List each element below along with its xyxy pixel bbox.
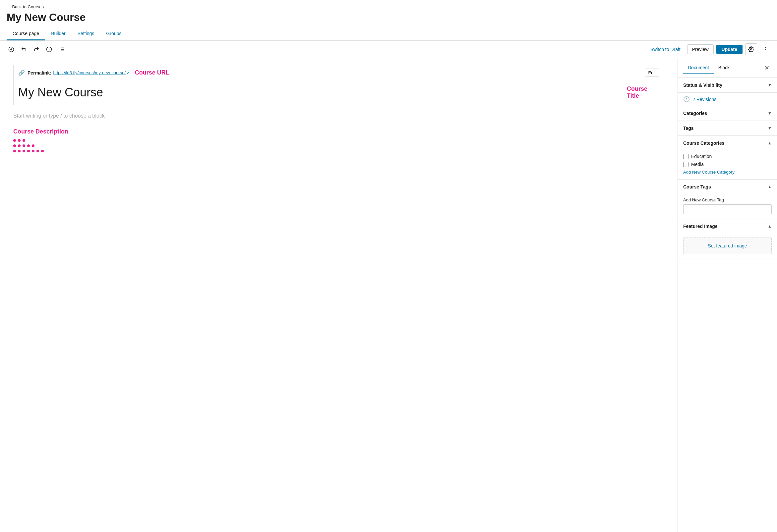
course-title-input[interactable]	[18, 86, 624, 99]
add-new-category-link[interactable]: Add New Course Category	[683, 170, 772, 174]
redo-button[interactable]	[30, 43, 42, 55]
dot	[36, 150, 39, 152]
sidebar-tab-block[interactable]: Block	[714, 62, 734, 74]
course-categories-section: Course Categories ▲ Education Media Add …	[678, 136, 777, 179]
course-tags-label: Course Tags	[683, 184, 711, 189]
add-block-button[interactable]	[5, 43, 17, 55]
tags-header[interactable]: Tags ▼	[678, 121, 777, 135]
preview-button[interactable]: Preview	[687, 44, 714, 54]
featured-image-section: Featured Image ▲ Set featured image	[678, 219, 777, 258]
course-tags-header[interactable]: Course Tags ▲	[678, 179, 777, 194]
add-tag-label: Add New Course Tag	[683, 197, 772, 203]
tab-groups[interactable]: Groups	[100, 27, 127, 40]
toolbar-left	[5, 43, 645, 55]
title-block: Course Title	[13, 80, 664, 105]
set-featured-image-button[interactable]: Set featured image	[683, 238, 772, 254]
tag-input[interactable]	[683, 205, 772, 214]
dot	[13, 150, 16, 152]
chevron-down-icon: ▼	[768, 126, 772, 131]
status-visibility-label: Status & Visibility	[683, 83, 722, 88]
media-label: Media	[691, 162, 704, 167]
tab-builder[interactable]: Builder	[45, 27, 72, 40]
categories-header[interactable]: Categories ▼	[678, 106, 777, 121]
media-checkbox[interactable]	[683, 162, 688, 167]
tags-label: Tags	[683, 126, 694, 131]
course-categories-header[interactable]: Course Categories ▲	[678, 136, 777, 150]
education-checkbox[interactable]	[683, 154, 688, 159]
revisions-label: 2 Revisions	[692, 97, 716, 102]
permalink-url[interactable]: https://ld3.fly/courses/my-new-course/	[53, 70, 126, 75]
education-label: Education	[691, 154, 712, 159]
undo-button[interactable]	[18, 43, 30, 55]
status-visibility-section: Status & Visibility ▼	[678, 78, 777, 93]
dot-row-2	[13, 144, 664, 147]
info-button[interactable]	[43, 43, 55, 55]
sidebar-tab-document[interactable]: Document	[683, 62, 714, 74]
toolbar-right: Switch to Draft Preview Update ⋮	[646, 43, 772, 55]
dot-row-3	[13, 150, 664, 152]
link-icon: 🔗	[18, 70, 25, 76]
back-link[interactable]: ← Back to Courses	[7, 4, 44, 9]
editor-placeholder[interactable]: Start writing or type / to choose a bloc…	[13, 110, 664, 122]
dot	[18, 139, 20, 142]
featured-image-label: Featured Image	[683, 224, 717, 229]
tab-course-page[interactable]: Course page	[7, 27, 45, 40]
course-categories-label: Course Categories	[683, 140, 724, 146]
tags-section: Tags ▼	[678, 121, 777, 136]
course-description-annotation: Course Description	[13, 128, 664, 135]
settings-gear-button[interactable]	[745, 43, 757, 55]
dot	[13, 144, 16, 147]
dot	[27, 144, 30, 147]
category-media: Media	[683, 162, 772, 167]
page-title: My New Course	[7, 11, 770, 23]
tab-settings[interactable]: Settings	[72, 27, 100, 40]
course-tags-content: Add New Course Tag	[678, 194, 777, 219]
clock-icon: 🕐	[683, 96, 690, 102]
dot	[27, 150, 30, 152]
sidebar-header: Document Block ✕	[678, 58, 777, 78]
sidebar-close-button[interactable]: ✕	[762, 63, 772, 73]
dot	[18, 150, 20, 152]
chevron-up-icon: ▲	[768, 224, 772, 229]
course-tags-section: Course Tags ▲ Add New Course Tag	[678, 179, 777, 219]
dot	[22, 139, 25, 142]
update-button[interactable]: Update	[716, 45, 743, 54]
course-categories-content: Education Media Add New Course Category	[678, 150, 777, 179]
dot	[18, 144, 20, 147]
dot	[13, 139, 16, 142]
dot	[41, 150, 44, 152]
external-link-icon: ↗	[126, 71, 130, 75]
revisions-row[interactable]: 🕐 2 Revisions	[678, 93, 777, 106]
dot	[22, 144, 25, 147]
category-education: Education	[683, 154, 772, 159]
categories-label: Categories	[683, 111, 707, 116]
revisions-section: 🕐 2 Revisions	[678, 93, 777, 106]
chevron-up-icon: ▲	[768, 141, 772, 145]
dot	[22, 150, 25, 152]
categories-section: Categories ▼	[678, 106, 777, 121]
list-view-button[interactable]	[56, 43, 68, 55]
course-title-annotation: Course Title	[627, 86, 659, 99]
permalink-bar: 🔗 Permalink: https://ld3.fly/courses/my-…	[13, 65, 664, 80]
featured-image-header[interactable]: Featured Image ▲	[678, 219, 777, 234]
dot-row-1	[13, 139, 664, 142]
dot	[32, 144, 34, 147]
featured-image-content: Set featured image	[678, 234, 777, 258]
permalink-label: Permalink:	[27, 70, 51, 76]
dot	[32, 150, 34, 152]
course-url-annotation: Course URL	[135, 69, 170, 76]
permalink-edit-button[interactable]: Edit	[645, 69, 659, 77]
status-visibility-header[interactable]: Status & Visibility ▼	[678, 78, 777, 93]
chevron-down-icon: ▼	[768, 111, 772, 116]
toolbar: Switch to Draft Preview Update ⋮	[0, 41, 777, 58]
editor-area: 🔗 Permalink: https://ld3.fly/courses/my-…	[0, 58, 678, 532]
top-bar: ← Back to Courses My New Course Course p…	[0, 0, 777, 41]
chevron-down-icon: ▼	[768, 83, 772, 88]
main-layout: 🔗 Permalink: https://ld3.fly/courses/my-…	[0, 58, 777, 532]
more-options-button[interactable]: ⋮	[760, 43, 772, 55]
sidebar: Document Block ✕ Status & Visibility ▼ 🕐…	[678, 58, 777, 532]
svg-point-12	[751, 49, 752, 50]
chevron-up-icon: ▲	[768, 184, 772, 189]
switch-draft-button[interactable]: Switch to Draft	[646, 45, 684, 54]
tabs: Course page Builder Settings Groups	[7, 27, 770, 40]
